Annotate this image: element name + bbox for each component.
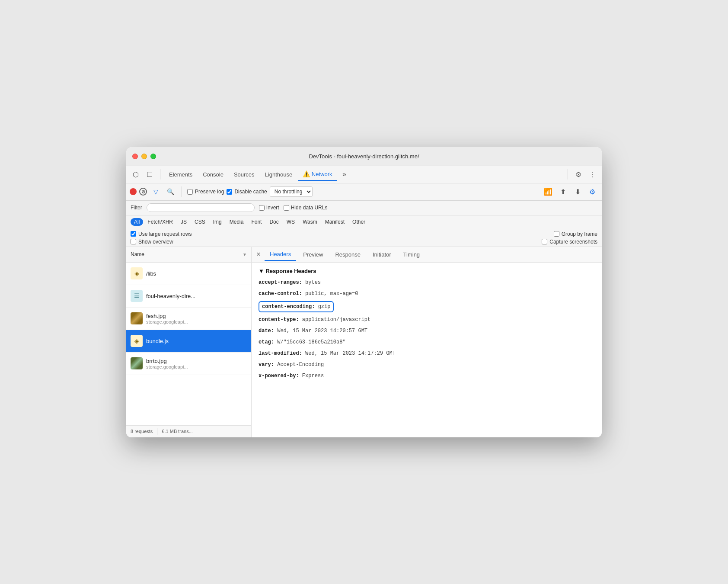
tab-lighthouse[interactable]: Lighthouse [261,169,297,180]
type-font[interactable]: Font [248,218,265,226]
header-content-encoding: content-encoding: gzip [259,301,334,312]
file-sub-brrto: storage.googleapi... [146,364,247,369]
file-list-header: Name ▼ [126,247,251,263]
divider3 [182,186,182,197]
hide-urls-checkbox[interactable]: Hide data URLs [284,205,328,211]
type-wasm[interactable]: Wasm [299,218,321,226]
more-options-icon[interactable]: ⋮ [586,168,598,180]
file-name-bundle: bundle.js [146,338,247,344]
close-button[interactable] [132,154,138,159]
main-content: Name ▼ ◈ /libs ☰ foul-heavenly-dire... [126,247,602,437]
device-toggle-icon[interactable]: ☐ [144,168,156,180]
close-panel-button[interactable]: × [254,250,263,259]
invert-checkbox[interactable]: Invert [259,205,279,211]
file-item-foul-heavenly[interactable]: ☰ foul-heavenly-dire... [126,285,251,308]
file-item-libs[interactable]: ◈ /libs [126,263,251,285]
minimize-button[interactable] [141,154,147,159]
panel-tabs: × Headers Preview Response Initiator Tim… [252,247,602,263]
filter-bar: Filter Invert Hide data URLs [126,201,602,215]
file-name-libs: /libs [146,270,247,277]
more-tabs-icon[interactable]: » [338,168,351,180]
type-all[interactable]: All [131,218,143,226]
file-list: Name ▼ ◈ /libs ☰ foul-heavenly-dire... [126,247,252,437]
header-accept-ranges: accept-ranges: bytes [259,279,595,286]
filter-icon[interactable]: ▽ [150,186,162,198]
throttling-select[interactable]: No throttling [270,186,313,197]
type-js[interactable]: JS [177,218,190,226]
traffic-lights [132,154,156,159]
wifi-icon[interactable]: 📶 [542,186,554,198]
file-name-brrto: brrto.jpg [146,358,247,364]
title-bar: DevTools - foul-heavenly-direction.glitc… [126,147,602,166]
name-column-header: Name [131,251,243,257]
group-by-frame-checkbox[interactable]: Group by frame [554,231,597,237]
search-icon[interactable]: 🔍 [164,186,176,198]
header-last-modified: last-modified: Wed, 15 Mar 2023 14:17:29… [259,350,595,357]
header-date: date: Wed, 15 Mar 2023 14:20:57 GMT [259,327,595,335]
clear-button[interactable]: ⊘ [139,188,147,196]
header-content-type: content-type: application/javascript [259,316,595,324]
size-stat: 6.1 MB trans... [162,429,193,434]
options-bar: Use large request rows Group by frame Sh… [126,229,602,247]
type-css[interactable]: CSS [191,218,209,226]
tab-headers[interactable]: Headers [265,248,296,261]
tab-initiator[interactable]: Initiator [367,249,396,260]
settings-icon[interactable]: ⚙ [572,168,584,180]
capture-screenshots-checkbox[interactable]: Capture screenshots [542,239,597,245]
type-media[interactable]: Media [226,218,247,226]
network-settings-icon[interactable]: ⚙ [586,186,598,198]
file-item-bundle[interactable]: ◈ bundle.js [126,330,251,353]
file-items-list: ◈ /libs ☰ foul-heavenly-dire... fe [126,263,251,425]
show-overview-checkbox[interactable]: Show overview [131,239,173,245]
sort-arrow-icon: ▼ [243,252,247,257]
type-ws[interactable]: WS [283,218,298,226]
cursor-icon[interactable]: ⬡ [130,168,142,180]
maximize-button[interactable] [150,154,156,159]
type-doc[interactable]: Doc [266,218,282,226]
file-item-brrto[interactable]: brrto.jpg storage.googleapi... [126,353,251,375]
network-toolbar: ⊘ ▽ 🔍 Preserve log Disable cache No thro… [126,183,602,201]
main-toolbar: ⬡ ☐ Elements Console Sources Lighthouse … [126,166,602,183]
tab-console[interactable]: Console [198,169,228,180]
tab-response[interactable]: Response [330,249,366,260]
file-icon-fesh [131,312,143,324]
tab-timing[interactable]: Timing [398,249,425,260]
filter-input[interactable] [147,203,255,212]
download-icon[interactable]: ⬇ [572,186,584,198]
right-panel: × Headers Preview Response Initiator Tim… [252,247,602,437]
disable-cache-checkbox[interactable]: Disable cache [227,189,267,195]
response-headers-title: ▼ Response Headers [259,268,595,274]
type-fetch-xhr[interactable]: Fetch/XHR [144,218,176,226]
type-other[interactable]: Other [349,218,369,226]
tab-network[interactable]: ⚠️ Network [298,168,336,181]
tab-preview[interactable]: Preview [298,249,328,260]
requests-stat: 8 requests [131,429,153,434]
header-cache-control: cache-control: public, max-age=0 [259,290,595,298]
warning-icon: ⚠️ [303,170,310,177]
footer-divider [157,428,157,435]
large-rows-checkbox[interactable]: Use large request rows [131,231,192,237]
file-item-fesh[interactable]: fesh.jpg storage.googleapi... [126,308,251,330]
preserve-log-checkbox[interactable]: Preserve log [187,189,224,195]
file-sub-fesh: storage.googleapi... [146,319,247,324]
file-icon-doc: ☰ [131,290,143,302]
divider1 [160,169,160,180]
filter-label: Filter [131,205,142,211]
file-icon-libs: ◈ [131,267,143,279]
tab-sources[interactable]: Sources [230,169,259,180]
tab-elements[interactable]: Elements [165,169,197,180]
file-icon-bundle: ◈ [131,335,143,347]
type-img[interactable]: Img [210,218,225,226]
file-list-footer: 8 requests 6.1 MB trans... [126,425,251,437]
devtools-window: DevTools - foul-heavenly-direction.glitc… [126,147,602,437]
file-name-fesh: fesh.jpg [146,313,247,319]
header-x-powered-by: x-powered-by: Express [259,372,595,380]
type-manifest[interactable]: Manifest [322,218,348,226]
record-button[interactable] [130,188,137,195]
upload-icon[interactable]: ⬆ [557,186,569,198]
type-filter-bar: All Fetch/XHR JS CSS Img Media Font Doc … [126,215,602,229]
header-vary: vary: Accept-Encoding [259,361,595,369]
file-name-foul: foul-heavenly-dire... [146,293,247,299]
divider2 [568,169,568,180]
file-icon-brrto [131,357,143,369]
